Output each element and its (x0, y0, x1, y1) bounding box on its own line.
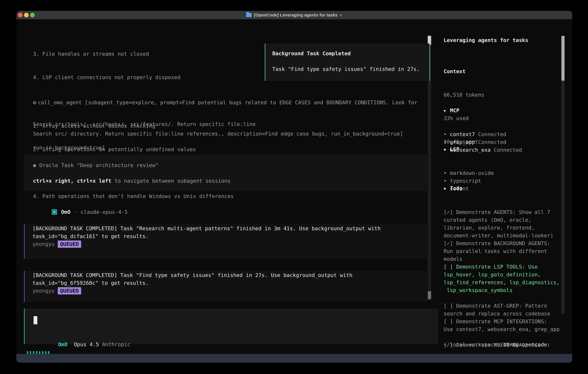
mcp-heading[interactable]: ▼MCP (444, 107, 522, 115)
input-model-label[interactable]: Opus 4.5 (74, 342, 99, 347)
agent-model: claude-opus-4-5 (81, 209, 128, 215)
todo-line: [✓] Demonstrate AGENTS: Show all 7 (444, 208, 560, 216)
titlebar: [OpenCode] Leveraging agents for tasks ◐ (16, 11, 572, 19)
zoom-window-button[interactable] (30, 13, 35, 17)
todo-line: [ ] Demonstrate LSP TOOLS: Use (444, 263, 560, 271)
text-cursor (33, 316, 37, 324)
todo-heading[interactable]: ▼Todo (444, 184, 560, 193)
hint-text: to navigate between subagent sessions (111, 178, 231, 184)
agent-header: OmO·claude-opus-4-5 (33, 200, 128, 224)
task-completed-block[interactable]: [BACKGROUND TASK COMPLETED] Task "Resear… (24, 224, 427, 259)
path-prefix: ~/local-workspaces/ (444, 342, 503, 348)
task-author: yeongyu (32, 288, 54, 294)
lsp-heading[interactable]: ▼LSP (444, 145, 494, 154)
toast-body: Task "Find type safety issues" finished … (272, 65, 420, 73)
toast-title: Background Task Completed (272, 50, 351, 57)
folder-icon (246, 13, 252, 17)
tool-call-line: call_omo_agent [subagent_type=explore, p… (38, 100, 417, 105)
scrollback-line: 4. LSP client connections not properly d… (33, 73, 256, 81)
window-bottom-strip (16, 354, 572, 363)
gear-icon: ⚙ (33, 100, 36, 105)
todo-line: Run parallel tasks with different (444, 247, 560, 255)
todo-line: lsp_hover, lsp_goto_definition, (444, 271, 560, 279)
session-title: Leveraging agents for tasks (444, 36, 528, 44)
collapse-triangle-icon: ▼ (444, 107, 450, 115)
task-line2: task_id="bg_dcfac161" to get results. (32, 232, 427, 240)
window-title: [OpenCode] Leveraging agents for tasks (254, 13, 337, 18)
tool-call-item: 2. String operations on potentially unde… (33, 145, 417, 153)
oracle-task-line: ◉ Oracle Task "Deep architecture review" (33, 161, 158, 169)
tool-call-tail: Search src/ directory. Return specific f… (33, 130, 403, 138)
sidebar-scrollbar-thumb[interactable] (561, 36, 565, 81)
queued-badge: QUEUED (58, 240, 81, 248)
scrollback-line: 3. File handles or streams not closed (33, 50, 256, 58)
todo-line: document-writer, multimodal-looker) (444, 232, 560, 239)
todo-line: [ ] Demonstrate AST-GREP: Pattern (444, 302, 560, 310)
sidebar: Leveraging agents for tasks Context 66,5… (444, 19, 571, 354)
input-provider-label: Anthropic (102, 342, 130, 347)
todo-line: lsp_find_references, lsp_diagnostics, (444, 279, 560, 286)
todo-line: models (444, 255, 560, 263)
agent-omo-icon (52, 209, 57, 215)
todo-line: search and replace across codebase (444, 310, 560, 318)
collapse-triangle-icon: ▼ (444, 146, 450, 154)
hint-keys: ctrl+x right, ctrl+x left (33, 178, 111, 184)
todo-line: lsp_workspace_symbols (444, 286, 560, 294)
input-agent-label[interactable]: OmO (58, 342, 67, 347)
agent-name: OmO (61, 209, 71, 215)
todo-line (444, 294, 560, 302)
separator-dot: · (74, 209, 78, 215)
task-completed-block[interactable]: [BACKGROUND TASK COMPLETED] Task "Find t… (24, 271, 427, 302)
opencode-window: [OpenCode] Leveraging agents for tasks ◐… (16, 11, 572, 363)
todo-line: librarian, explore, frontend, (444, 224, 560, 232)
context-heading: Context (444, 68, 484, 75)
task-line2: task_id="bg_6f59260c" to get results. (32, 279, 427, 287)
repo-name: oh-my-opencode: (503, 342, 550, 348)
oracle-hint-line: ctrl+x right, ctrl+x left to navigate be… (33, 177, 231, 185)
todo-line: [✓] Demonstrate BACKGROUND AGENTS: (444, 239, 560, 247)
half-circle-icon: ◐ (340, 13, 342, 18)
task-line1: [BACKGROUND TASK COMPLETED] Task "Find t… (32, 271, 427, 279)
main-scrollbar-thumb-bottom[interactable] (428, 291, 431, 299)
record-icon: ◉ (33, 162, 39, 168)
minimize-window-button[interactable] (24, 13, 29, 17)
todo-line: [ ] Demonstrate MCP INTEGRATIONS: (444, 318, 560, 325)
task-line1: [BACKGROUND TASK COMPLETED] Task "Resear… (32, 225, 427, 232)
background-task-toast: Background Task Completed Task "Find typ… (265, 43, 430, 81)
task-author: yeongyu (32, 241, 54, 247)
prompt-input[interactable]: OmOOpus 4.5Anthropic (24, 309, 438, 344)
terminal-content: 3. File handles or streams not closed 4.… (16, 19, 572, 354)
tool-call-item: 1. Array access without bounds checking (33, 122, 417, 130)
tool-call-item: 4. Path operations that don't handle Win… (33, 192, 417, 200)
close-window-button[interactable] (18, 13, 22, 17)
oracle-task-box[interactable]: ◉ Oracle Task "Deep architecture review"… (24, 155, 427, 191)
todo-line: curated agents (OmO, oracle, (444, 216, 560, 224)
collapse-triangle-icon: ▼ (444, 185, 450, 193)
queued-badge: QUEUED (58, 287, 81, 294)
tool-call-block: ⚙call_omo_agent [subagent_type=explore, … (33, 83, 417, 216)
